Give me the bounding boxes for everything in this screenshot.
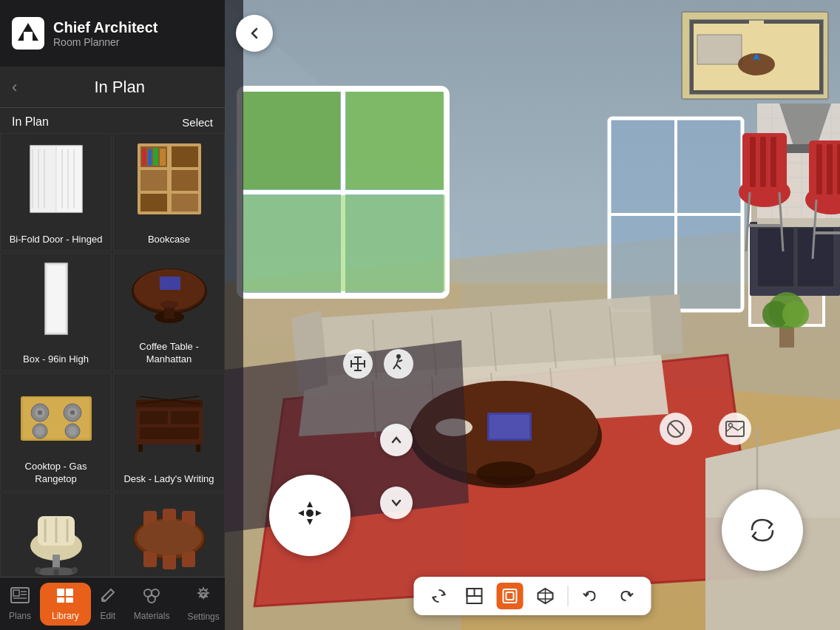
look-up-button[interactable] (380, 424, 413, 456)
svg-rect-49 (196, 444, 200, 452)
svg-rect-169 (764, 20, 823, 24)
svg-rect-15 (140, 170, 167, 191)
tab-materials[interactable]: Materials (125, 584, 179, 624)
svg-rect-43 (136, 400, 203, 407)
list-item[interactable]: Bi-Fold Door - Hinged (0, 133, 112, 251)
item-label: Desk - Lady's Writing (123, 462, 214, 486)
svg-rect-47 (140, 427, 199, 439)
move-icon (295, 498, 325, 533)
walk-button[interactable] (384, 349, 413, 379)
list-item[interactable]: Desk - Lady's Writing (113, 373, 225, 491)
svg-rect-21 (153, 148, 158, 166)
svg-rect-4 (30, 146, 56, 212)
svg-rect-27 (160, 277, 180, 290)
svg-point-187 (306, 509, 314, 517)
svg-rect-67 (163, 553, 176, 569)
item-label: Cooktop - Gas Rangetop (7, 462, 105, 486)
tab-plans-label: Plans (9, 611, 31, 621)
svg-line-184 (393, 365, 396, 369)
back-arrow-icon[interactable]: ‹ (12, 78, 17, 97)
floorplan-tool-button[interactable] (461, 583, 488, 609)
item-thumbnail (125, 498, 214, 577)
item-label: Box - 96in High (23, 342, 89, 366)
svg-point-61 (72, 567, 78, 573)
svg-line-193 (738, 426, 744, 430)
tab-plans[interactable]: Plans (0, 584, 40, 624)
undo-button[interactable] (578, 583, 604, 609)
svg-point-40 (35, 427, 44, 436)
svg-point-30 (160, 301, 178, 308)
app-title: Chief Architect (53, 18, 158, 36)
back-button-3d[interactable] (236, 15, 273, 52)
svg-point-60 (53, 569, 59, 575)
toolbar-divider (568, 586, 569, 606)
svg-rect-45 (140, 411, 168, 424)
svg-rect-2 (24, 32, 33, 41)
tab-library-label: Library (52, 611, 79, 621)
orbit-off-button[interactable] (660, 413, 692, 445)
svg-rect-172 (690, 90, 823, 94)
svg-rect-198 (504, 589, 517, 603)
library-icon (55, 587, 75, 608)
app-header: Chief Architect Room Planner (0, 0, 225, 67)
svg-rect-46 (171, 411, 199, 424)
section-label-row: In Plan Select (0, 108, 225, 133)
rotate-tool-button[interactable] (426, 583, 453, 609)
3d-tool-button[interactable] (532, 583, 559, 609)
svg-point-59 (35, 567, 41, 573)
rotate-joystick[interactable] (722, 490, 803, 571)
svg-rect-75 (57, 589, 64, 596)
redo-button[interactable] (613, 583, 640, 609)
svg-rect-24 (47, 265, 65, 332)
tab-settings[interactable]: Settings (178, 583, 228, 625)
svg-point-182 (396, 354, 401, 359)
list-item[interactable]: Dining Table - Traditional (113, 492, 225, 577)
svg-rect-76 (66, 589, 73, 596)
svg-point-69 (137, 520, 202, 555)
tab-materials-label: Materials (134, 611, 170, 621)
svg-rect-168 (690, 20, 749, 24)
section-label: In Plan (12, 115, 49, 129)
list-item[interactable]: Coffee Table - Manhattan (113, 253, 225, 371)
list-item[interactable]: Desk Chair - Bankers (0, 492, 112, 577)
tab-library[interactable]: Library (40, 583, 91, 626)
svg-point-38 (70, 410, 75, 415)
look-down-button[interactable] (380, 487, 413, 519)
tab-edit-label: Edit (100, 611, 115, 621)
svg-rect-71 (13, 590, 19, 596)
tab-edit[interactable]: Edit (91, 584, 125, 624)
svg-line-192 (732, 427, 738, 430)
svg-point-35 (38, 410, 42, 415)
svg-line-189 (670, 423, 682, 435)
svg-rect-5 (56, 146, 82, 212)
list-item[interactable]: Bookcase (113, 133, 225, 251)
svg-rect-18 (172, 194, 198, 211)
item-thumbnail (12, 258, 101, 339)
tab-bar: Plans Library Edit (0, 577, 225, 630)
svg-rect-48 (138, 444, 143, 452)
items-grid: Bi-Fold Door - Hinged (0, 133, 225, 577)
svg-line-183 (396, 359, 399, 365)
svg-point-194 (729, 424, 733, 427)
image-button[interactable] (719, 413, 751, 445)
settings-icon (194, 586, 212, 609)
3d-view (225, 0, 840, 630)
list-item[interactable]: Box - 96in High (0, 253, 112, 371)
svg-rect-199 (507, 592, 514, 600)
edit-icon (100, 587, 116, 608)
item-thumbnail (125, 138, 214, 220)
svg-point-83 (148, 595, 155, 603)
room-tool-button[interactable] (497, 583, 524, 609)
svg-rect-16 (172, 170, 198, 191)
sidebar: Chief Architect Room Planner ‹ In Plan I… (0, 0, 225, 630)
svg-rect-19 (142, 148, 146, 166)
item-thumbnail (125, 258, 214, 339)
move-joystick[interactable] (269, 475, 350, 556)
list-item[interactable]: Cooktop - Gas Rangetop (0, 373, 112, 491)
item-label: Bi-Fold Door - Hinged (10, 223, 103, 246)
select-button[interactable]: Select (182, 116, 213, 129)
svg-rect-14 (172, 146, 198, 167)
scale-button[interactable] (343, 349, 373, 379)
app-title-block: Chief Architect Room Planner (53, 18, 158, 48)
svg-line-186 (399, 360, 402, 362)
